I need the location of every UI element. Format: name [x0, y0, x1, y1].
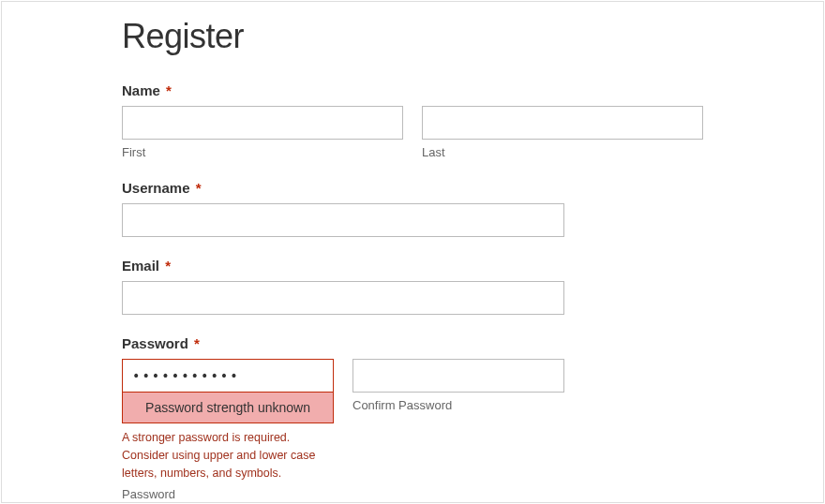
- page-title: Register: [122, 17, 703, 56]
- email-input[interactable]: [122, 281, 564, 315]
- name-label: Name *: [122, 82, 703, 98]
- password-label: Password *: [122, 335, 703, 351]
- username-label: Username *: [122, 180, 703, 196]
- email-field-group: Email *: [122, 258, 703, 315]
- password-strength-indicator: Password strength unknown: [122, 393, 334, 423]
- first-name-sublabel: First: [122, 145, 403, 159]
- email-label-text: Email: [122, 258, 159, 274]
- required-indicator: *: [196, 180, 202, 196]
- password-error-message: A stronger password is required. Conside…: [122, 429, 334, 482]
- last-name-input[interactable]: [422, 106, 703, 140]
- password-field-group: Password * Password strength unknown A s…: [122, 335, 703, 501]
- name-label-text: Name: [122, 82, 160, 98]
- confirm-password-sublabel: Confirm Password: [352, 398, 564, 412]
- required-indicator: *: [165, 258, 171, 274]
- username-input[interactable]: [122, 203, 564, 237]
- password-input[interactable]: [122, 359, 334, 393]
- email-label: Email *: [122, 258, 703, 274]
- required-indicator: *: [194, 335, 200, 351]
- username-label-text: Username: [122, 180, 190, 196]
- first-name-input[interactable]: [122, 106, 403, 140]
- password-sublabel: Password: [122, 487, 334, 501]
- required-indicator: *: [166, 82, 172, 98]
- password-label-text: Password: [122, 335, 188, 351]
- username-field-group: Username *: [122, 180, 703, 237]
- confirm-password-input[interactable]: [352, 359, 564, 393]
- last-name-sublabel: Last: [422, 145, 703, 159]
- name-field-group: Name * First Last: [122, 82, 703, 159]
